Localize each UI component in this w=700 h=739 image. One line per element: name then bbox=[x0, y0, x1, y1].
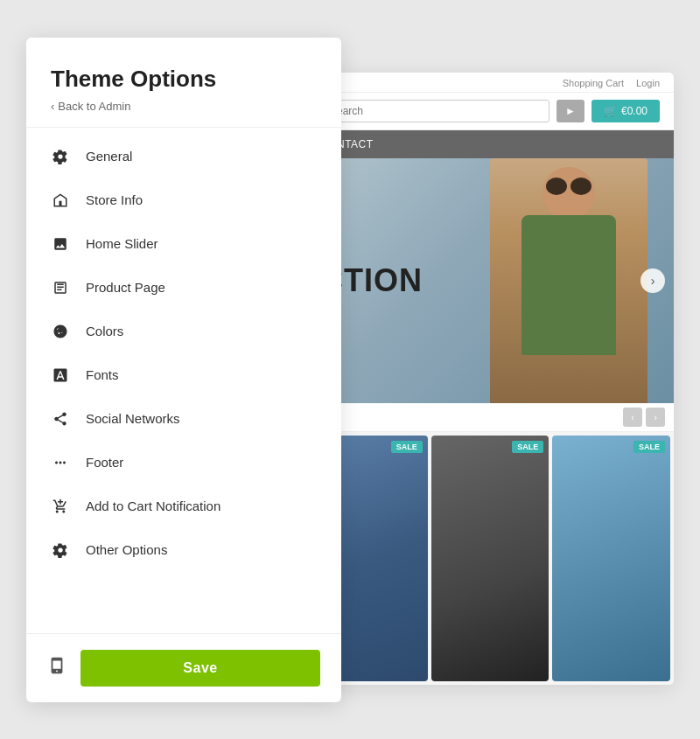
product-icon bbox=[51, 278, 70, 297]
cart-total: €0.00 bbox=[621, 105, 648, 117]
preview-product-nav: ‹ › bbox=[306, 403, 674, 432]
sidebar: Theme Options ‹ Back to Admin General St… bbox=[26, 38, 341, 702]
store-preview: Shopping Cart Login ► 🛒 €0.00 CONTACT CT… bbox=[306, 73, 674, 685]
hero-figure bbox=[490, 158, 648, 403]
gear-icon bbox=[51, 147, 70, 166]
sidebar-item-colors[interactable]: Colors bbox=[26, 310, 341, 353]
home-slider-label: Home Slider bbox=[86, 236, 158, 251]
social-networks-label: Social Networks bbox=[86, 411, 180, 426]
gear-alt-icon bbox=[51, 540, 70, 560]
sidebar-item-other-options[interactable]: Other Options bbox=[26, 528, 341, 572]
other-options-label: Other Options bbox=[86, 542, 167, 557]
sidebar-item-store-info[interactable]: Store Info bbox=[26, 178, 341, 222]
sale-badge-1: SALE bbox=[391, 441, 423, 453]
add-to-cart-label: Add to Cart Notification bbox=[86, 498, 220, 513]
store-icon bbox=[51, 191, 70, 210]
preview-search-row: ► 🛒 €0.00 bbox=[306, 93, 674, 130]
back-to-admin-link[interactable]: ‹ Back to Admin bbox=[51, 100, 317, 113]
sidebar-item-add-to-cart[interactable]: Add to Cart Notification bbox=[26, 485, 341, 528]
sidebar-item-product-page[interactable]: Product Page bbox=[26, 266, 341, 310]
preview-products: SALE SALE SALE bbox=[306, 432, 674, 685]
sidebar-header: Theme Options ‹ Back to Admin bbox=[26, 38, 341, 128]
preview-search-input[interactable] bbox=[320, 100, 550, 122]
next-button[interactable]: › bbox=[646, 408, 665, 427]
product-card-3[interactable]: SALE bbox=[552, 436, 670, 681]
sidebar-item-general[interactable]: General bbox=[26, 135, 341, 178]
back-label: Back to Admin bbox=[58, 100, 130, 113]
sidebar-nav: General Store Info Home Slider bbox=[26, 128, 341, 633]
sidebar-footer: Save bbox=[26, 633, 341, 702]
chevron-left-icon: ‹ bbox=[51, 100, 54, 113]
general-label: General bbox=[86, 149, 132, 164]
sidebar-title: Theme Options bbox=[51, 66, 317, 93]
sale-badge-3: SALE bbox=[634, 441, 665, 453]
image-icon bbox=[51, 234, 70, 254]
product-image-2 bbox=[431, 436, 550, 681]
product-page-label: Product Page bbox=[86, 280, 165, 295]
prev-button[interactable]: ‹ bbox=[623, 408, 642, 427]
sale-badge-2: SALE bbox=[512, 441, 543, 453]
share-icon bbox=[51, 409, 70, 429]
sidebar-item-social-networks[interactable]: Social Networks bbox=[26, 397, 341, 441]
mobile-icon bbox=[47, 656, 66, 680]
hero-glasses bbox=[546, 178, 592, 195]
svg-point-0 bbox=[61, 549, 63, 551]
cart-button[interactable]: 🛒 €0.00 bbox=[592, 100, 660, 122]
search-button[interactable]: ► bbox=[556, 100, 584, 122]
login-link[interactable]: Login bbox=[636, 78, 660, 88]
save-button[interactable]: Save bbox=[80, 650, 320, 687]
font-icon bbox=[51, 366, 70, 385]
store-info-label: Store Info bbox=[86, 192, 143, 207]
preview-hero: CTION › bbox=[306, 158, 674, 403]
sidebar-item-home-slider[interactable]: Home Slider bbox=[26, 222, 341, 266]
shopping-cart-link[interactable]: Shopping Cart bbox=[563, 78, 624, 88]
preview-nav: CONTACT bbox=[306, 130, 674, 158]
preview-topbar: Shopping Cart Login bbox=[306, 73, 674, 93]
product-image-3 bbox=[552, 436, 670, 681]
fonts-label: Fonts bbox=[86, 367, 119, 382]
product-card-2[interactable]: SALE bbox=[431, 436, 550, 681]
dots-icon bbox=[51, 453, 70, 472]
drop-icon bbox=[51, 322, 70, 341]
sidebar-item-fonts[interactable]: Fonts bbox=[26, 353, 341, 397]
cart-icon bbox=[51, 497, 70, 516]
colors-label: Colors bbox=[86, 324, 123, 338]
sidebar-item-footer[interactable]: Footer bbox=[26, 441, 341, 485]
cart-icon: 🛒 bbox=[604, 105, 617, 117]
hero-next-button[interactable]: › bbox=[640, 268, 665, 293]
footer-label: Footer bbox=[86, 455, 123, 470]
